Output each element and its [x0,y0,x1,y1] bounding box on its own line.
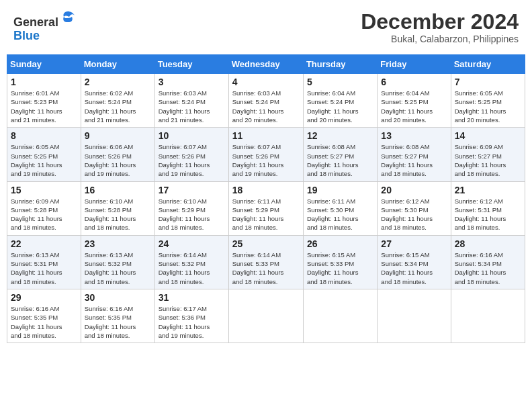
day-number: 4 [232,77,300,87]
calendar-cell [451,289,525,342]
day-info: Sunrise: 6:07 AM Sunset: 5:26 PM Dayligh… [159,142,225,178]
logo-bird-icon [60,10,76,26]
day-info: Sunrise: 6:17 AM Sunset: 5:36 PM Dayligh… [159,304,225,340]
day-info: Sunrise: 6:15 AM Sunset: 5:33 PM Dayligh… [307,250,373,286]
day-number: 25 [232,238,300,249]
location-subtitle: Bukal, Calabarzon, Philippines [361,34,519,44]
calendar-cell: 3Sunrise: 6:03 AM Sunset: 5:24 PM Daylig… [154,74,228,128]
day-number: 21 [455,185,521,195]
day-number: 15 [11,185,77,195]
calendar-cell: 21Sunrise: 6:12 AM Sunset: 5:31 PM Dayli… [451,181,525,235]
calendar-cell: 23Sunrise: 6:13 AM Sunset: 5:32 PM Dayli… [81,235,154,289]
calendar-cell: 2Sunrise: 6:02 AM Sunset: 5:24 PM Daylig… [81,74,154,128]
day-number: 24 [159,238,225,249]
calendar-cell [303,289,377,342]
calendar-cell: 14Sunrise: 6:09 AM Sunset: 5:27 PM Dayli… [451,128,525,181]
day-number: 18 [232,185,300,195]
day-info: Sunrise: 6:08 AM Sunset: 5:27 PM Dayligh… [307,142,373,178]
calendar-cell: 4Sunrise: 6:03 AM Sunset: 5:24 PM Daylig… [228,74,303,128]
calendar-cell: 25Sunrise: 6:14 AM Sunset: 5:33 PM Dayli… [228,235,303,289]
day-info: Sunrise: 6:12 AM Sunset: 5:30 PM Dayligh… [381,197,447,232]
day-info: Sunrise: 6:16 AM Sunset: 5:34 PM Dayligh… [455,250,521,286]
calendar-cell: 26Sunrise: 6:15 AM Sunset: 5:33 PM Dayli… [303,235,377,289]
day-number: 22 [11,238,77,249]
day-number: 28 [455,238,521,249]
day-number: 16 [85,185,151,195]
day-info: Sunrise: 6:11 AM Sunset: 5:30 PM Dayligh… [307,197,373,232]
day-info: Sunrise: 6:12 AM Sunset: 5:31 PM Dayligh… [455,197,521,232]
title-block: December 2024 Bukal, Calabarzon, Philipp… [361,10,519,44]
day-info: Sunrise: 6:03 AM Sunset: 5:24 PM Dayligh… [159,89,225,124]
day-number: 23 [85,238,151,249]
weekday-header-friday: Friday [378,55,451,74]
day-info: Sunrise: 6:10 AM Sunset: 5:29 PM Dayligh… [159,197,225,232]
day-info: Sunrise: 6:05 AM Sunset: 5:25 PM Dayligh… [11,142,77,178]
calendar-table: SundayMondayTuesdayWednesdayThursdayFrid… [7,54,525,343]
calendar-week-3: 15Sunrise: 6:09 AM Sunset: 5:28 PM Dayli… [7,181,525,235]
day-number: 11 [232,130,300,141]
day-info: Sunrise: 6:16 AM Sunset: 5:35 PM Dayligh… [11,304,77,340]
calendar-cell: 7Sunrise: 6:05 AM Sunset: 5:25 PM Daylig… [451,74,525,128]
calendar-week-1: 1Sunrise: 6:01 AM Sunset: 5:23 PM Daylig… [7,74,525,128]
day-number: 12 [307,130,373,141]
day-info: Sunrise: 6:14 AM Sunset: 5:32 PM Dayligh… [159,250,225,286]
calendar-cell: 10Sunrise: 6:07 AM Sunset: 5:26 PM Dayli… [154,128,228,181]
logo-blue: Blue [13,29,40,42]
day-number: 3 [159,77,225,87]
weekday-header-saturday: Saturday [451,55,525,74]
calendar-cell [228,289,303,342]
calendar-cell: 19Sunrise: 6:11 AM Sunset: 5:30 PM Dayli… [303,181,377,235]
day-info: Sunrise: 6:07 AM Sunset: 5:26 PM Dayligh… [232,142,300,178]
day-info: Sunrise: 6:03 AM Sunset: 5:24 PM Dayligh… [232,89,300,124]
calendar-cell: 22Sunrise: 6:13 AM Sunset: 5:31 PM Dayli… [7,235,81,289]
calendar-week-5: 29Sunrise: 6:16 AM Sunset: 5:35 PM Dayli… [7,289,525,342]
weekday-header-thursday: Thursday [303,55,377,74]
day-info: Sunrise: 6:14 AM Sunset: 5:33 PM Dayligh… [232,250,300,286]
calendar-cell: 31Sunrise: 6:17 AM Sunset: 5:36 PM Dayli… [154,289,228,342]
calendar-cell [378,289,451,342]
day-number: 6 [381,77,447,87]
calendar-cell: 6Sunrise: 6:04 AM Sunset: 5:25 PM Daylig… [378,74,451,128]
day-number: 31 [159,292,225,303]
day-number: 19 [307,185,373,195]
logo-general: General [13,15,58,29]
calendar-cell: 29Sunrise: 6:16 AM Sunset: 5:35 PM Dayli… [7,289,81,342]
calendar-cell: 9Sunrise: 6:06 AM Sunset: 5:26 PM Daylig… [81,128,154,181]
day-info: Sunrise: 6:01 AM Sunset: 5:23 PM Dayligh… [11,89,77,124]
calendar-cell: 30Sunrise: 6:16 AM Sunset: 5:35 PM Dayli… [81,289,154,342]
day-info: Sunrise: 6:09 AM Sunset: 5:28 PM Dayligh… [11,197,77,232]
day-number: 30 [85,292,151,303]
day-number: 8 [11,130,77,141]
page-header: General Blue December 2024 Bukal, Calaba… [7,7,525,48]
day-number: 2 [85,77,151,87]
day-number: 17 [159,185,225,195]
day-number: 7 [455,77,521,87]
month-title: December 2024 [361,10,519,34]
calendar-cell: 12Sunrise: 6:08 AM Sunset: 5:27 PM Dayli… [303,128,377,181]
day-number: 14 [455,130,521,141]
calendar-week-4: 22Sunrise: 6:13 AM Sunset: 5:31 PM Dayli… [7,235,525,289]
weekday-header-monday: Monday [81,55,154,74]
day-number: 29 [11,292,77,303]
day-number: 26 [307,238,373,249]
day-info: Sunrise: 6:04 AM Sunset: 5:24 PM Dayligh… [307,89,373,124]
day-number: 9 [85,130,151,141]
day-info: Sunrise: 6:13 AM Sunset: 5:32 PM Dayligh… [85,250,151,286]
calendar-cell: 1Sunrise: 6:01 AM Sunset: 5:23 PM Daylig… [7,74,81,128]
day-number: 5 [307,77,373,87]
day-number: 1 [11,77,77,87]
calendar-cell: 5Sunrise: 6:04 AM Sunset: 5:24 PM Daylig… [303,74,377,128]
day-info: Sunrise: 6:02 AM Sunset: 5:24 PM Dayligh… [85,89,151,124]
calendar-cell: 18Sunrise: 6:11 AM Sunset: 5:29 PM Dayli… [228,181,303,235]
day-info: Sunrise: 6:15 AM Sunset: 5:34 PM Dayligh… [381,250,447,286]
calendar-cell: 28Sunrise: 6:16 AM Sunset: 5:34 PM Dayli… [451,235,525,289]
calendar-cell: 16Sunrise: 6:10 AM Sunset: 5:28 PM Dayli… [81,181,154,235]
day-info: Sunrise: 6:06 AM Sunset: 5:26 PM Dayligh… [85,142,151,178]
day-number: 20 [381,185,447,195]
day-info: Sunrise: 6:16 AM Sunset: 5:35 PM Dayligh… [85,304,151,340]
calendar-header-row: SundayMondayTuesdayWednesdayThursdayFrid… [7,55,525,74]
weekday-header-tuesday: Tuesday [154,55,228,74]
calendar-cell: 13Sunrise: 6:08 AM Sunset: 5:27 PM Dayli… [378,128,451,181]
calendar-cell: 15Sunrise: 6:09 AM Sunset: 5:28 PM Dayli… [7,181,81,235]
day-info: Sunrise: 6:13 AM Sunset: 5:31 PM Dayligh… [11,250,77,286]
